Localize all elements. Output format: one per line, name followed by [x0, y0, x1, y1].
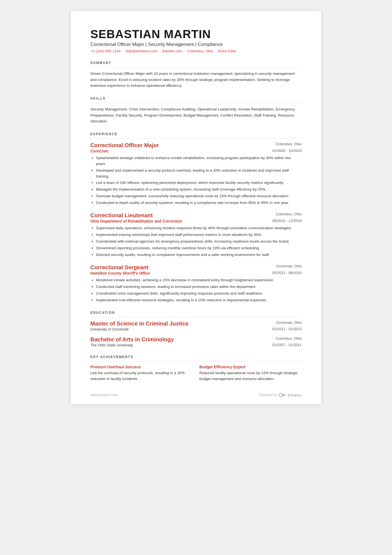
- svg-point-0: [279, 393, 282, 397]
- achievements-section: KEY ACHIEVEMENTS Protocol Overhaul Succe…: [90, 355, 302, 382]
- contact-extra: Extra Field: [218, 49, 235, 53]
- achievement-text-1: Reduced facility operational costs by 15…: [199, 370, 302, 382]
- bullet: Managed the implementation of a new sche…: [96, 187, 302, 193]
- experience-section: EXPERIENCE Correctional Officer Major Co…: [90, 132, 302, 303]
- exp-title-1: Correctional Lieutenant: [90, 212, 153, 219]
- achievements-grid: Protocol Overhaul Success Led the overha…: [90, 365, 302, 382]
- exp-title-0: Correctional Officer Major: [90, 142, 159, 149]
- bullet: Coordinated with external agencies for e…: [96, 239, 302, 245]
- edu-dates-0: 01/2011 - 01/2013: [272, 327, 302, 331]
- edu-entry-1: Bachelor of Arts in Criminology Columbus…: [90, 336, 302, 347]
- achievements-label: KEY ACHIEVEMENTS: [90, 355, 302, 359]
- bullet: Monitored inmate activities, achieving a…: [96, 277, 302, 283]
- edu-location-1: Columbus, Ohio: [276, 336, 302, 341]
- contact-linkedin[interactable]: linkedin.com: [162, 49, 182, 53]
- exp-dates-1: 09/2015 - 12/2019: [272, 219, 302, 223]
- achievement-1: Budget Efficiency Expert Reduced facilit…: [199, 365, 302, 382]
- powered-by-label: Powered by: [259, 393, 277, 397]
- candidate-title: Correctional Officer Major | Security Ma…: [90, 42, 302, 47]
- exp-location-2: Cincinnati, Ohio: [276, 264, 302, 268]
- contact-location: Columbus, Ohio: [187, 49, 213, 53]
- exp-location-1: Columbus, Ohio: [276, 212, 302, 216]
- exp-location-0: Columbus, Ohio: [276, 142, 302, 146]
- resume-page: SEBASTIAN MARTIN Correctional Officer Ma…: [71, 11, 321, 404]
- edu-title-1: Bachelor of Arts in Criminology: [90, 336, 174, 343]
- exp-org-0: CoreCivic: [90, 149, 108, 153]
- edu-org-0: University of Cincinnati: [90, 327, 128, 331]
- brand-name: Enhancv: [287, 393, 302, 397]
- experience-entry-1: Correctional Lieutenant Columbus, Ohio O…: [90, 212, 302, 258]
- exp-title-2: Correctional Sergeant: [90, 264, 148, 271]
- enhancv-logo-icon: [279, 393, 286, 398]
- achievement-title-1: Budget Efficiency Expert: [199, 365, 302, 369]
- bullet: Led a team of 100 officers, optimizing p…: [96, 180, 302, 186]
- bullet: Spearheaded strategic initiatives to enh…: [96, 155, 302, 167]
- exp-org-2: Hamilton County Sheriff's Office: [90, 271, 150, 275]
- skills-section: SKILLS Security Management, Crisis Inter…: [90, 97, 302, 124]
- exp-org-1: Ohio Department of Rehabilitation and Co…: [90, 219, 182, 223]
- skills-text: Security Management, Crisis Intervention…: [90, 106, 302, 124]
- edu-title-0: Master of Science in Criminal Justice: [90, 320, 188, 327]
- candidate-name: SEBASTIAN MARTIN: [90, 28, 302, 41]
- header: SEBASTIAN MARTIN Correctional Officer Ma…: [90, 28, 302, 53]
- bullet: Streamlined reporting processes, reducin…: [96, 245, 302, 251]
- bullet: Implemented cost-effective resource stra…: [96, 297, 302, 303]
- contact-email[interactable]: help@enhancv.com: [126, 49, 157, 53]
- edu-org-1: The Ohio State University: [90, 343, 133, 347]
- bullet: Conducted in-depth audits of security sy…: [96, 200, 302, 206]
- edu-dates-1: 01/2007 - 01/2011: [272, 343, 302, 347]
- achievement-title-0: Protocol Overhaul Success: [90, 365, 193, 369]
- experience-entry-2: Correctional Sergeant Cincinnati, Ohio H…: [90, 264, 302, 303]
- achievement-0: Protocol Overhaul Success Led the overha…: [90, 365, 193, 382]
- experience-entry-0: Correctional Officer Major Columbus, Ohi…: [90, 142, 302, 206]
- exp-dates-0: 01/2020 - 10/2023: [272, 149, 302, 153]
- education-label: EDUCATION: [90, 311, 302, 315]
- footer: www.enhancv.com Powered by Enhancv: [90, 393, 302, 398]
- edu-entry-0: Master of Science in Criminal Justice Ci…: [90, 320, 302, 331]
- contact-info: +1-(234)-555-1234 help@enhancv.com linke…: [90, 49, 302, 53]
- edu-location-0: Cincinnati, Ohio: [276, 320, 302, 325]
- exp-bullets-2: Monitored inmate activities, achieving a…: [90, 277, 302, 303]
- bullet: Conducted staff mentoring sessions, lead…: [96, 284, 302, 290]
- enhancv-logo: Enhancv: [279, 393, 302, 398]
- summary-label: SUMMARY: [90, 61, 302, 65]
- experience-label: EXPERIENCE: [90, 132, 302, 136]
- skills-label: SKILLS: [90, 97, 302, 100]
- bullet: Implemented training workshops that impr…: [96, 232, 302, 238]
- exp-bullets-1: Supervised daily operations, enhancing i…: [90, 225, 302, 258]
- bullet: Developed and implemented a security pro…: [96, 168, 302, 179]
- bullet: Supervised daily operations, enhancing i…: [96, 225, 302, 231]
- footer-url: www.enhancv.com: [90, 393, 118, 397]
- bullet: Directed security audits, resulting in c…: [96, 252, 302, 258]
- exp-dates-2: 05/2013 - 08/2015: [272, 271, 302, 275]
- summary-section: SUMMARY Driven Correctional Officer Majo…: [90, 61, 302, 89]
- bullet: Coordinated crisis management drills, si…: [96, 291, 302, 297]
- footer-powered: Powered by Enhancv: [259, 393, 302, 398]
- achievement-text-0: Led the overhaul of security protocols, …: [90, 370, 193, 382]
- contact-phone[interactable]: +1-(234)-555-1234: [90, 49, 121, 53]
- bullet: Oversaw budget management, successfully …: [96, 193, 302, 199]
- summary-text: Driven Correctional Officer Major with 1…: [90, 71, 302, 89]
- education-section: EDUCATION Master of Science in Criminal …: [90, 311, 302, 347]
- exp-bullets-0: Spearheaded strategic initiatives to enh…: [90, 155, 302, 206]
